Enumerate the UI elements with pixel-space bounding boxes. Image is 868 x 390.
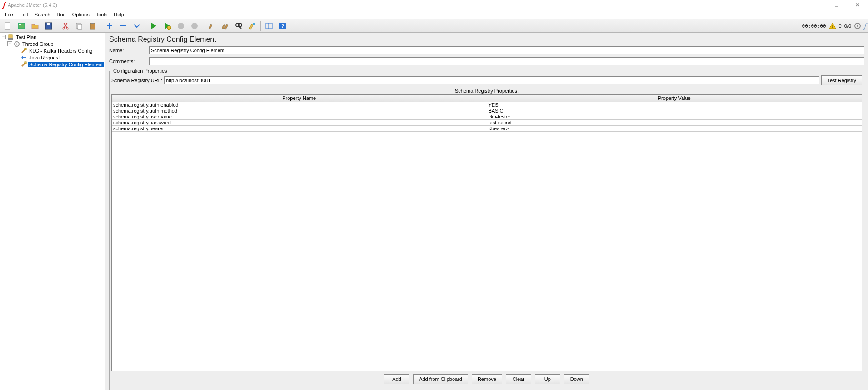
stop-button[interactable]	[175, 20, 187, 32]
menu-run[interactable]: Run	[54, 11, 69, 18]
svg-text:?: ?	[281, 23, 284, 29]
expand-button[interactable]	[103, 20, 116, 32]
thread-group-icon	[13, 41, 20, 47]
jmeter-logo-icon: ʃ	[3, 1, 5, 9]
warning-icon[interactable]: !	[829, 22, 836, 30]
svg-rect-34	[25, 62, 26, 64]
config-element-icon	[20, 61, 27, 68]
col-property-value[interactable]: Property Value	[487, 95, 862, 102]
table-row[interactable]: schema.registry.bearer <bearer>	[112, 125, 862, 131]
cell-prop-value[interactable]: ckp-tester	[487, 114, 862, 119]
svg-point-32	[16, 43, 18, 44]
cell-prop-value[interactable]: YES	[487, 102, 862, 108]
clear-all-button[interactable]	[219, 20, 231, 32]
name-input[interactable]	[149, 46, 864, 54]
add-button[interactable]: Add	[384, 374, 409, 384]
table-row[interactable]: schema.registry.username ckp-tester	[112, 114, 862, 119]
new-button[interactable]	[1, 20, 14, 32]
menu-file[interactable]: File	[2, 11, 16, 18]
collapse-icon[interactable]: −	[7, 41, 12, 46]
properties-table[interactable]: Property Name Property Value schema.regi…	[112, 95, 862, 132]
comments-input[interactable]	[149, 57, 864, 65]
tree-node-java-request[interactable]: Java Request	[0, 54, 105, 61]
name-label: Name:	[109, 48, 149, 53]
config-properties-legend: Configuration Properties	[111, 68, 169, 74]
test-registry-button[interactable]: Test Registry	[821, 75, 862, 85]
menu-bar: File Edit Search Run Options Tools Help	[0, 10, 868, 19]
help-button[interactable]: ?	[276, 20, 289, 32]
cell-prop-name[interactable]: schema.registry.auth.method	[112, 108, 487, 114]
cell-prop-name[interactable]: schema.registry.username	[112, 114, 487, 119]
panel-title: Schema Registry Config Element	[109, 35, 864, 44]
table-row[interactable]: schema.registry.password test-secret	[112, 119, 862, 125]
tree-node-schema-registry[interactable]: Schema Registry Config Element	[0, 61, 105, 68]
copy-button[interactable]	[73, 20, 85, 32]
start-no-timers-button[interactable]	[161, 20, 174, 32]
cell-prop-name[interactable]: schema.registry.auth.enabled	[112, 102, 487, 108]
templates-button[interactable]	[15, 20, 28, 32]
open-button[interactable]	[29, 20, 41, 32]
test-plan-icon	[7, 34, 14, 40]
window-title: Apache JMeter (5.4.3)	[8, 2, 57, 8]
tree-label: Java Request	[28, 55, 60, 60]
editor-panel: Schema Registry Config Element Name: Com…	[105, 33, 868, 390]
toolbar: ? 00:00:00 ! 0 0/0 ʃ	[0, 19, 868, 33]
add-from-clipboard-button[interactable]: Add from Clipboard	[413, 374, 468, 384]
svg-rect-1	[18, 23, 25, 29]
svg-text:!: !	[832, 24, 833, 29]
tree-label: Schema Registry Config Element	[28, 62, 104, 67]
cell-prop-name[interactable]: schema.registry.password	[112, 119, 487, 125]
remove-button[interactable]: Remove	[472, 374, 502, 384]
close-button[interactable]: ✕	[847, 0, 868, 10]
tree-label: KLG - Kafka Headers Config	[28, 48, 93, 54]
collapse-icon[interactable]: −	[1, 35, 6, 39]
shutdown-button[interactable]	[188, 20, 201, 32]
start-button[interactable]	[147, 20, 160, 32]
svg-rect-8	[78, 24, 82, 29]
config-properties-fieldset: Configuration Properties Schema Registry…	[109, 68, 864, 390]
down-button[interactable]: Down	[564, 374, 589, 384]
reset-search-button[interactable]	[246, 20, 259, 32]
menu-options[interactable]: Options	[69, 11, 93, 18]
tree-label: Test Plan	[15, 35, 37, 40]
cell-prop-name[interactable]: schema.registry.bearer	[112, 125, 487, 131]
search-button[interactable]	[232, 20, 245, 32]
function-helper-button[interactable]	[263, 20, 275, 32]
registry-url-input[interactable]	[164, 76, 820, 84]
minimize-button[interactable]: –	[805, 0, 826, 10]
menu-help[interactable]: Help	[110, 11, 127, 18]
clear-table-button[interactable]: Clear	[506, 374, 531, 384]
cell-prop-value[interactable]: BASIC	[487, 108, 862, 114]
cell-prop-value[interactable]: <bearer>	[487, 125, 862, 131]
svg-point-15	[178, 23, 184, 29]
svg-point-28	[857, 25, 858, 27]
tree-node-kafka-headers[interactable]: KLG - Kafka Headers Config	[0, 47, 105, 54]
warning-count: 0	[839, 23, 842, 29]
menu-search[interactable]: Search	[31, 11, 54, 18]
col-property-name[interactable]: Property Name	[112, 95, 487, 102]
active-threads-icon	[854, 22, 861, 30]
tree-panel[interactable]: − Test Plan − Thread Group KLG - Kafka H…	[0, 33, 105, 390]
title-bar: ʃ Apache JMeter (5.4.3) – □ ✕	[0, 0, 868, 10]
paste-button[interactable]	[86, 20, 99, 32]
svg-point-16	[191, 23, 198, 29]
maximize-button[interactable]: □	[826, 0, 847, 10]
menu-edit[interactable]: Edit	[16, 11, 31, 18]
tree-label: Thread Group	[21, 41, 54, 47]
save-button[interactable]	[42, 20, 55, 32]
svg-rect-10	[91, 23, 94, 24]
table-row[interactable]: schema.registry.auth.method BASIC	[112, 108, 862, 114]
menu-tools[interactable]: Tools	[93, 11, 111, 18]
properties-table-wrap[interactable]: Property Name Property Value schema.regi…	[111, 94, 862, 371]
clear-button[interactable]	[205, 20, 218, 32]
elapsed-time: 00:00:00	[802, 23, 826, 29]
up-button[interactable]: Up	[535, 374, 560, 384]
toggle-button[interactable]	[130, 20, 143, 32]
collapse-button[interactable]	[117, 20, 130, 32]
tree-node-thread-group[interactable]: − Thread Group	[0, 40, 105, 47]
svg-rect-2	[19, 24, 21, 25]
tree-node-test-plan[interactable]: − Test Plan	[0, 34, 105, 40]
table-row[interactable]: schema.registry.auth.enabled YES	[112, 102, 862, 108]
cell-prop-value[interactable]: test-secret	[487, 119, 862, 125]
cut-button[interactable]	[59, 20, 72, 32]
